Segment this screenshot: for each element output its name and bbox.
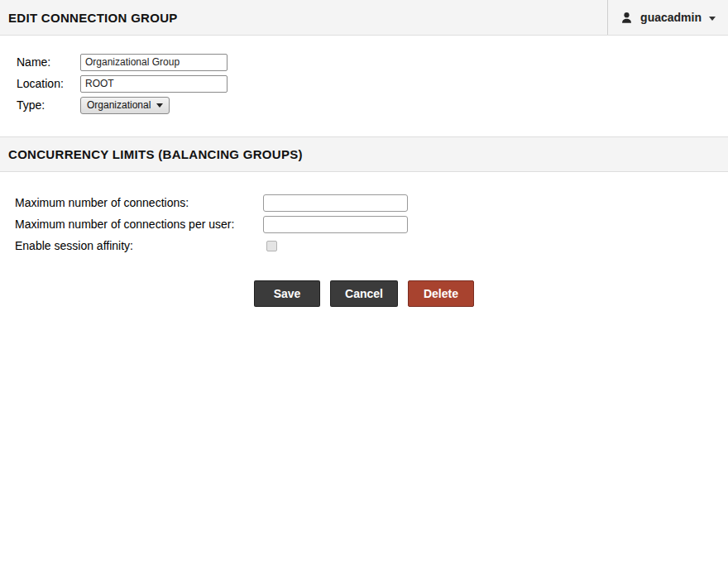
session-affinity-checkbox[interactable]: [266, 241, 277, 251]
concurrency-form: Maximum number of connections: Maximum n…: [0, 172, 728, 256]
page-title: EDIT CONNECTION GROUP: [0, 11, 178, 25]
max-connections-label: Maximum number of connections:: [15, 196, 263, 209]
page-header: EDIT CONNECTION GROUP guacadmin: [0, 0, 728, 36]
max-connections-per-user-input[interactable]: [263, 216, 408, 233]
max-connections-input[interactable]: [263, 194, 408, 212]
location-input[interactable]: [80, 75, 228, 93]
user-name: guacadmin: [640, 11, 702, 24]
delete-button[interactable]: Delete: [408, 280, 474, 307]
chevron-down-icon: [709, 17, 716, 21]
location-label: Location:: [17, 77, 80, 90]
cancel-button[interactable]: Cancel: [330, 280, 398, 307]
type-label: Type:: [17, 98, 80, 112]
main-content: Name: Location: Type: Organizational CON…: [0, 36, 728, 307]
name-input[interactable]: [80, 54, 228, 71]
concurrency-section-title: CONCURRENCY LIMITS (BALANCING GROUPS): [8, 147, 720, 161]
group-attributes-form: Name: Location: Type: Organizational: [0, 36, 728, 116]
field-row-type: Type: Organizational: [0, 94, 728, 116]
form-actions: Save Cancel Delete: [0, 280, 728, 307]
field-row-location: Location:: [0, 73, 728, 94]
name-label: Name:: [17, 55, 80, 69]
save-button[interactable]: Save: [254, 280, 320, 307]
max-connections-per-user-label: Maximum number of connections per user:: [15, 218, 263, 231]
type-select-value: Organizational: [87, 99, 151, 111]
type-select[interactable]: Organizational: [80, 97, 170, 114]
field-row-session-affinity: Enable session affinity:: [0, 235, 728, 256]
field-row-name: Name:: [0, 51, 728, 73]
field-row-max-connections: Maximum number of connections:: [0, 192, 728, 213]
user-icon: [620, 12, 633, 24]
select-caret-icon: [156, 103, 163, 108]
session-affinity-label: Enable session affinity:: [15, 239, 263, 252]
field-row-max-connections-per-user: Maximum number of connections per user:: [0, 213, 728, 235]
concurrency-section-header: CONCURRENCY LIMITS (BALANCING GROUPS): [0, 136, 728, 172]
user-menu[interactable]: guacadmin: [607, 0, 728, 35]
